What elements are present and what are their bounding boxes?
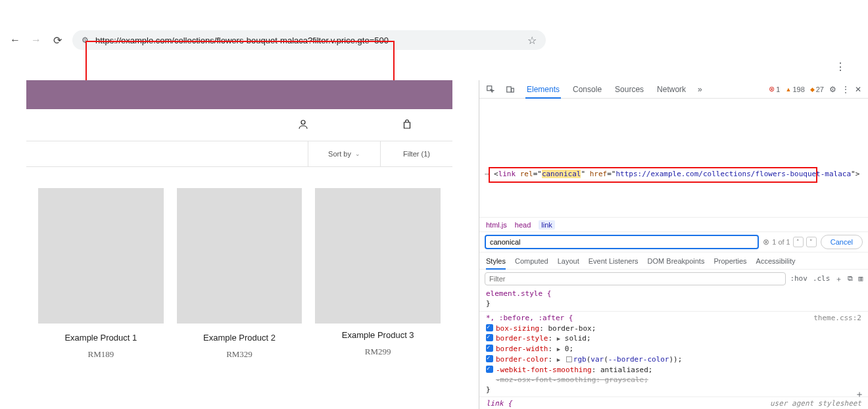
account-icon[interactable] [297, 118, 309, 132]
subtab-dom[interactable]: DOM Breakpoints [648, 257, 705, 265]
svg-point-0 [301, 120, 305, 124]
css-prop-checkbox[interactable] [486, 366, 493, 373]
product-price: RM299 [365, 347, 391, 357]
collection-toolbar: Sort by ⌄ Filter (1) [26, 141, 452, 167]
product-name: Example Product 3 [342, 330, 414, 340]
product-image [38, 188, 164, 324]
styles-pane-layout-icon[interactable]: ▥ [858, 274, 863, 284]
new-style-rule-icon[interactable]: ＋ [835, 274, 842, 284]
crumb-link[interactable]: link [539, 220, 555, 229]
stylesheet-source[interactable]: theme.css:2 [813, 314, 861, 324]
product-name: Example Product 2 [203, 333, 276, 343]
css-prop-checkbox[interactable] [486, 345, 493, 352]
selected-element-line[interactable]: ⋯ <link rel="canonical" href="https://ex… [494, 170, 868, 178]
inspect-element-icon[interactable] [486, 85, 495, 94]
url-text: https://example.com/collections/flowers-… [95, 36, 389, 45]
svg-rect-2 [507, 86, 511, 91]
product-price: RM189 [87, 349, 114, 360]
search-cancel-button[interactable]: Cancel [821, 235, 863, 249]
color-swatch-icon[interactable] [566, 356, 572, 362]
sort-button[interactable]: Sort by ⌄ [308, 141, 380, 166]
filter-button[interactable]: Filter (1) [380, 141, 452, 166]
subtab-computed[interactable]: Computed [515, 257, 548, 265]
warning-count[interactable]: 198 [785, 85, 804, 93]
chevron-down-icon: ⌄ [355, 151, 360, 157]
bag-icon[interactable] [401, 118, 413, 132]
dom-breadcrumbs[interactable]: html.js head link [479, 217, 868, 231]
search-prev-icon[interactable]: ˄ [793, 237, 804, 247]
styles-filter-input[interactable] [485, 272, 786, 285]
tab-console[interactable]: Console [571, 85, 603, 94]
bookmark-star-icon[interactable]: ☆ [527, 34, 537, 47]
filter-label: Filter (1) [403, 150, 430, 158]
crumb-head[interactable]: head [515, 221, 531, 229]
tab-elements[interactable]: Elements [525, 85, 561, 99]
error-count[interactable]: 1 [769, 85, 780, 93]
subtab-event[interactable]: Event Listeners [589, 257, 639, 265]
product-card[interactable]: Example Product 3 RM299 [315, 188, 441, 360]
product-image [177, 188, 302, 324]
device-toolbar-icon[interactable] [506, 85, 515, 94]
subtab-layout[interactable]: Layout [558, 257, 579, 265]
product-card[interactable]: Example Product 1 RM189 [38, 188, 164, 360]
css-prop-checkbox[interactable] [486, 334, 493, 341]
forward-button[interactable]: → [30, 34, 42, 46]
sort-label: Sort by [328, 150, 351, 158]
computed-styles-icon[interactable]: ⧉ [848, 274, 853, 284]
user-agent-label: user agent stylesheet [770, 399, 861, 409]
rule-link: link { [486, 399, 512, 408]
rule-element-style: element.style { [486, 289, 551, 298]
clear-search-icon[interactable]: ⊗ [763, 237, 769, 247]
tab-network[interactable]: Network [656, 85, 687, 94]
cls-toggle[interactable]: .cls [813, 274, 831, 284]
browser-menu-icon[interactable]: ⋮ [835, 60, 846, 73]
product-image [315, 188, 441, 324]
devtools-tabbar: Elements Console Sources Network » 1 198… [479, 80, 868, 99]
elements-tree[interactable]: ⋯ <link rel="canonical" href="https://ex… [479, 99, 868, 217]
crumb-html[interactable]: html.js [486, 221, 507, 229]
site-settings-icon[interactable]: ⚙ [82, 36, 89, 45]
close-devtools-icon[interactable]: ✕ [855, 85, 861, 94]
rule-star: *, :before, :after { [486, 314, 573, 322]
settings-gear-icon[interactable]: ⚙ [829, 85, 836, 94]
reload-button[interactable]: ⟳ [51, 34, 63, 46]
product-price: RM329 [226, 349, 253, 360]
styles-pane[interactable]: element.style { } theme.css:2 *, :before… [479, 288, 868, 409]
more-tabs-icon[interactable]: » [698, 85, 702, 94]
issue-count[interactable]: 27 [810, 85, 824, 93]
css-prop-checkbox[interactable] [486, 355, 493, 362]
devtools-menu-icon[interactable]: ⋮ [842, 85, 850, 94]
product-card[interactable]: Example Product 2 RM329 [177, 188, 302, 360]
address-bar[interactable]: ⚙ https://example.com/collections/flower… [72, 30, 546, 50]
subtab-styles[interactable]: Styles [486, 257, 506, 270]
search-next-icon[interactable]: ˅ [806, 237, 817, 247]
back-button[interactable]: ← [9, 34, 21, 46]
subtab-a11y[interactable]: Accessibility [756, 257, 796, 265]
site-banner [26, 80, 452, 109]
subtab-props[interactable]: Properties [713, 257, 746, 265]
add-declaration-icon[interactable]: ＋ [855, 388, 864, 400]
elements-search-input[interactable] [485, 235, 759, 249]
tab-sources[interactable]: Sources [614, 85, 645, 94]
product-name: Example Product 1 [64, 333, 137, 343]
hov-toggle[interactable]: :hov [790, 274, 808, 284]
css-prop-checkbox[interactable] [486, 324, 493, 331]
search-count: 1 of 1 [772, 238, 790, 246]
svg-rect-3 [512, 88, 514, 92]
